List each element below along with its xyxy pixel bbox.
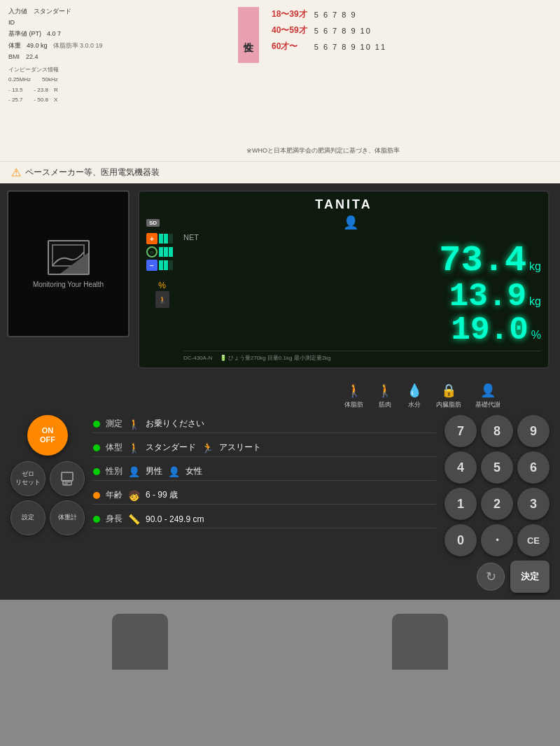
visceral-fat-label: 内臓脂肪 — [436, 400, 461, 409]
weight-row: 73.4 kg — [183, 243, 541, 279]
category-row: 🚶 体脂肪 🚶 筋肉 💧 水分 🔒 内臓脂肪 👤 基礎代謝 — [10, 383, 550, 415]
athlete-icon: 🏃 — [202, 442, 214, 453]
body-type-indicator — [93, 444, 100, 451]
print-button[interactable] — [50, 461, 85, 496]
water-label: 水分 — [408, 400, 421, 409]
body-type-value: スタンダード — [146, 442, 196, 453]
height-icon: 📏 — [128, 514, 140, 525]
lcd-bar-indicators: + ○ — [146, 233, 178, 308]
metabolism-label: 基礎代謝 — [475, 400, 500, 409]
scale-device: Monitoring Your Health TANITA SD 👤 + — [0, 183, 560, 670]
age-range-table: 18〜39才 5 6 7 8 9 40〜59才 5 6 7 8 9 10 60才… — [267, 6, 391, 55]
numpad: 7 8 9 4 5 6 1 2 3 0 ・ CE — [444, 415, 550, 556]
reference-card: 入力値 スタンダード ID 基準値 (PT)4.0 7 体重49.0 kg 体脂… — [0, 0, 560, 161]
height-row: 身長 📏 90.0 - 249.9 cm — [93, 510, 436, 528]
visceral-fat-icon: 🔒 — [441, 383, 456, 398]
controls-main: ON OFF ゼロ リセット — [10, 415, 550, 593]
num-1-button[interactable]: 1 — [444, 488, 477, 520]
gender-label-ctrl: 性別 — [106, 465, 122, 477]
category-muscle: 🚶 筋肉 — [377, 383, 393, 409]
decide-button[interactable]: 決定 — [510, 561, 550, 593]
svg-rect-2 — [63, 481, 71, 485]
scale-display-area: Monitoring Your Health TANITA SD 👤 + — [0, 183, 560, 376]
logo-icon — [48, 240, 90, 275]
plus-label: + — [146, 233, 158, 244]
floor-area — [0, 600, 560, 670]
body-type-row: 体型 🚶 スタンダード 🏃 アスリート — [93, 439, 436, 457]
zero-reset-button[interactable]: ゼロ リセット — [10, 461, 46, 496]
foot-right — [392, 614, 448, 670]
athlete-label: アスリート — [219, 442, 261, 453]
measurement-value: お乗りください — [146, 418, 204, 430]
bar-plus: + — [146, 233, 178, 244]
age-label: 年齢 — [106, 489, 122, 501]
measurement-row: 測定 🚶 お乗りください — [93, 415, 436, 433]
svg-rect-0 — [49, 241, 88, 274]
person-icon: 👤 — [343, 215, 358, 230]
height-range-value: 90.0 - 249.9 cm — [146, 514, 204, 524]
minus-label: − — [146, 260, 158, 271]
measurement-indicator — [93, 421, 100, 428]
lcd-main-area: + ○ — [146, 233, 541, 362]
num-8-button[interactable]: 8 — [481, 415, 513, 447]
left-data-panel: 入力値 スタンダード ID 基準値 (PT)4.0 7 体重49.0 kg 体脂… — [0, 0, 238, 161]
gender-row: 性別 👤 男性 👤 女性 — [93, 463, 436, 481]
decimal-button[interactable]: ・ — [481, 524, 513, 556]
monitoring-text: Monitoring Your Health — [33, 281, 104, 288]
settings-button[interactable]: 設定 — [10, 500, 46, 535]
category-body-fat: 🚶 体脂肪 — [344, 383, 363, 409]
male-label: 男性 — [146, 465, 162, 477]
female-icon: 👤 — [168, 466, 180, 477]
num-4-button[interactable]: 4 — [444, 451, 477, 484]
num-5-button[interactable]: 5 — [481, 451, 513, 484]
num-0-button[interactable]: 0 — [444, 524, 477, 556]
height-indicator — [93, 516, 100, 523]
numpad-area: 7 8 9 4 5 6 1 2 3 0 ・ CE ↻ 決定 — [444, 415, 550, 593]
bar-circle: ○ — [146, 246, 178, 258]
circle-label: ○ — [146, 246, 158, 258]
fat-mass-value: 13.9 — [449, 281, 526, 313]
num-9-button[interactable]: 9 — [517, 415, 550, 447]
num-6-button[interactable]: 6 — [517, 451, 550, 484]
svg-rect-1 — [62, 472, 73, 481]
lcd-display: TANITA SD 👤 + — [138, 190, 550, 369]
muscle-label: 筋肉 — [379, 400, 391, 409]
lcd-bottom-info: DC-430A-N 🔋 ひょう量270kg 目量0.1kg 最小測定量2kg — [183, 351, 541, 362]
age-range-value: 6 - 99 歳 — [146, 489, 178, 501]
warning-bar: ⚠ ペースメーカー等、医用電気機器装 — [0, 161, 560, 183]
fat-percent-value: 19.0 — [451, 314, 528, 346]
measurement-label: 測定 — [106, 418, 122, 430]
fat-mass-unit: kg — [529, 295, 541, 308]
who-note: ※WHOと日本肥満学会の肥満判定に基づき、体脂肪率 — [246, 146, 400, 155]
labels-panel: 測定 🚶 お乗りください 体型 🚶 スタンダード 🏃 アスリート 性別 👤 — [93, 415, 436, 528]
ce-button[interactable]: CE — [517, 524, 550, 556]
metabolism-icon: 👤 — [480, 383, 496, 398]
right-data-panel: 女性 18〜39才 5 6 7 8 9 40〜59才 5 6 7 8 9 10 … — [238, 0, 560, 161]
bar-minus: − — [146, 260, 178, 271]
sd-indicator: SD — [146, 219, 160, 227]
body-type-label: 体型 — [106, 442, 122, 453]
male-icon: 👤 — [128, 466, 140, 477]
category-water: 💧 水分 — [407, 383, 422, 409]
fat-percent-unit: % — [531, 329, 541, 342]
on-off-button[interactable]: ON OFF — [27, 415, 68, 456]
age-row: 年齢 🧒 6 - 99 歳 — [93, 486, 436, 505]
left-button-group: ON OFF ゼロ リセット — [10, 415, 85, 535]
brand-name: TANITA — [146, 197, 541, 212]
body-type-icon: 🚶 — [128, 442, 140, 453]
refresh-button[interactable]: ↻ — [477, 563, 505, 591]
body-scale-button[interactable]: 体重計 — [50, 500, 85, 535]
num-3-button[interactable]: 3 — [517, 488, 550, 520]
weight-value: 73.4 — [439, 243, 526, 279]
secondary-buttons: ゼロ リセット 設定 体 — [10, 461, 85, 535]
lcd-top-row: SD 👤 — [146, 215, 541, 230]
panel-logo: Monitoring Your Health — [33, 240, 104, 288]
num-7-button[interactable]: 7 — [444, 415, 477, 447]
fat-percent-row: 19.0 % — [183, 314, 541, 346]
warning-icon: ⚠ — [11, 166, 21, 179]
age-icon: 🧒 — [128, 490, 140, 501]
muscle-icon: 🚶 — [377, 383, 393, 398]
weight-unit: kg — [529, 260, 541, 273]
gender-indicator — [93, 468, 100, 475]
num-2-button[interactable]: 2 — [481, 488, 513, 520]
